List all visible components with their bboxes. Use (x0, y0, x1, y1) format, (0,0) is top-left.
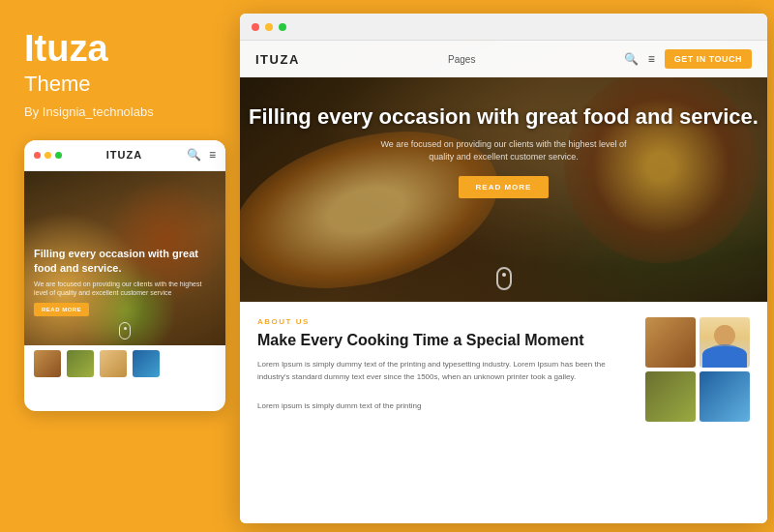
scroll-indicator (496, 267, 512, 290)
browser-chrome (240, 14, 767, 41)
mobile-hero-sub: We are focused on providing our clients … (34, 280, 216, 297)
mobile-window-dots (34, 152, 62, 159)
mobile-nav-icons: 🔍 ≡ (187, 148, 216, 162)
menu-icon[interactable]: ≡ (648, 52, 655, 66)
food-image-1 (645, 317, 696, 368)
food-image-4 (700, 371, 750, 422)
about-body-2: Lorem ipsum is simply dumm text of the p… (257, 400, 634, 413)
mobile-top-bar: ITUZA 🔍 ≡ (24, 140, 225, 171)
mobile-thumb-4 (133, 350, 160, 377)
brand-subtitle: Theme (24, 72, 218, 97)
left-panel: Ituza Theme By Insignia_technolabs ITUZA… (0, 0, 242, 532)
brand-by: By Insignia_technolabs (24, 104, 218, 119)
person-body (702, 346, 748, 368)
person-image (700, 317, 750, 368)
browser-preview: ITUZA Pages 🔍 ≡ Get In Touch Filling eve… (240, 14, 767, 523)
mobile-thumb-1 (34, 350, 61, 377)
browser-dot-red (252, 23, 259, 31)
hero-subtext: We are focused on providing our clients … (369, 138, 640, 164)
mobile-dot-yellow (45, 152, 51, 159)
brand-name: Ituza (24, 29, 218, 70)
mobile-scroll-dot (124, 327, 127, 330)
about-title: Make Every Cooking Time a Special Moment (257, 331, 634, 351)
mobile-thumb-2 (67, 350, 94, 377)
mobile-search-icon: 🔍 (187, 148, 201, 162)
mobile-read-more-btn[interactable]: READ MORE (34, 303, 89, 316)
about-image-grid (645, 317, 750, 508)
mobile-hero: Filling every occasion with great food a… (24, 171, 225, 345)
nav-pages-label[interactable]: Pages (448, 54, 475, 65)
hero-cta-button[interactable]: READ MORE (459, 176, 550, 198)
mobile-hero-text: Filling every occasion with great food a… (34, 247, 216, 316)
browser-dot-green (279, 23, 286, 31)
food-image-3 (645, 371, 696, 422)
browser-dot-yellow (265, 23, 273, 31)
about-section: ABOUT US Make Every Cooking Time a Speci… (240, 302, 767, 523)
hero-headline: Filling every occasion with great food a… (240, 103, 767, 131)
mobile-menu-icon: ≡ (209, 148, 216, 162)
scroll-dot (502, 273, 506, 277)
search-icon[interactable]: 🔍 (624, 52, 639, 66)
mobile-logo: ITUZA (106, 149, 142, 161)
mobile-dot-red (34, 152, 41, 159)
mobile-preview: ITUZA 🔍 ≡ Filling every occasion with gr… (24, 140, 225, 411)
mobile-dot-green (55, 152, 62, 159)
site-nav: ITUZA Pages 🔍 ≡ Get In Touch (240, 41, 767, 77)
mobile-hero-headline: Filling every occasion with great food a… (34, 247, 216, 276)
mobile-scroll-indicator (119, 322, 131, 340)
get-in-touch-button[interactable]: Get In Touch (665, 49, 752, 69)
mobile-thumb-3 (100, 350, 127, 377)
nav-right: 🔍 ≡ Get In Touch (624, 49, 752, 69)
hero-content: Filling every occasion with great food a… (240, 103, 767, 198)
site-logo: ITUZA (255, 52, 300, 67)
about-text: ABOUT US Make Every Cooking Time a Speci… (257, 317, 634, 508)
about-body-1: Lorem Ipsum is simply dummy text of the … (257, 359, 634, 384)
about-label: ABOUT US (257, 317, 634, 326)
hero-section: Filling every occasion with great food a… (240, 41, 767, 302)
person-head (714, 325, 735, 346)
mobile-bottom-strip (24, 345, 225, 382)
